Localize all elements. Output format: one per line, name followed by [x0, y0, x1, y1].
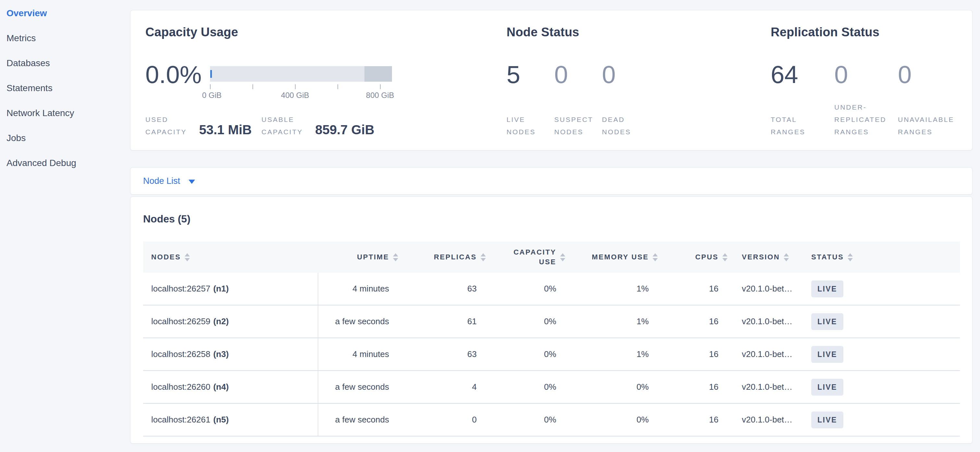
capacity-axis-labels: 0 GiB 400 GiB 800 GiB [210, 91, 392, 100]
unavailable-ranges-label: UNAVAILABLE RANGES [898, 114, 961, 138]
sort-icon[interactable] [185, 253, 190, 261]
used-capacity-stat: USED CAPACITY 53.1 MiB [145, 114, 252, 138]
dead-nodes-label: DEAD NODES [602, 114, 650, 138]
total-ranges-count: 64 [771, 62, 834, 101]
capacity-use-cell: 0% [487, 316, 566, 327]
column-header-capacity-use[interactable]: CAPACITY USE [487, 247, 566, 267]
node-address-cell[interactable]: localhost:26258 (n3) [143, 338, 318, 370]
version-cell: v20.1.0-bet… [729, 284, 807, 294]
capacity-used-percent: 0.0% [145, 62, 202, 101]
sort-icon[interactable] [652, 253, 658, 261]
replication-status-title: Replication Status [771, 26, 966, 38]
column-header-status[interactable]: STATUS [807, 253, 960, 261]
node-address-cell[interactable]: localhost:26257 (n1) [143, 273, 318, 305]
nodes-panel-title: Nodes (5) [143, 211, 972, 227]
capacity-use-cell: 0% [487, 349, 566, 359]
dead-nodes-count: 0 [602, 62, 650, 101]
sidebar-item-metrics[interactable]: Metrics [6, 25, 130, 51]
cluster-summary-card: Capacity Usage 0.0% [130, 10, 972, 151]
status-badge: LIVE [811, 411, 843, 428]
replication-status-section: Replication Status 64 0 0 TOTAL RANGES U… [771, 26, 966, 138]
table-row[interactable]: localhost:26261 (n5) a few seconds 0 0% … [143, 404, 960, 436]
table-row[interactable]: localhost:26257 (n1) 4 minutes 63 0% 1% … [143, 273, 960, 305]
axis-label: 400 GiB [281, 91, 309, 100]
sidebar-item-databases[interactable]: Databases [6, 51, 130, 76]
nodes-table-card: Nodes (5) NODES UPTIME REPLICAS [130, 197, 972, 444]
replicas-cell: 4 [399, 382, 487, 392]
total-ranges-label: TOTAL RANGES [771, 114, 834, 138]
cluster-overview-page: Overview Metrics Databases Statements Ne… [0, 0, 980, 452]
under-replicated-ranges-label: UNDER- REPLICATED RANGES [834, 101, 898, 138]
status-badge: LIVE [811, 379, 843, 396]
sort-icon[interactable] [480, 253, 486, 261]
status-badge: LIVE [811, 346, 843, 363]
node-address-cell[interactable]: localhost:26260 (n4) [143, 371, 318, 403]
status-badge: LIVE [811, 313, 843, 330]
node-status-title: Node Status [507, 26, 688, 38]
nodes-table: NODES UPTIME REPLICAS CAPACITY USE [143, 241, 960, 436]
capacity-usage-section: Capacity Usage 0.0% [145, 26, 398, 138]
column-header-replicas[interactable]: REPLICAS [399, 253, 487, 261]
memory-use-cell: 1% [566, 349, 659, 359]
column-header-cpus[interactable]: CPUS [659, 253, 729, 261]
uptime-cell: a few seconds [318, 415, 399, 425]
memory-use-cell: 1% [566, 284, 659, 294]
table-row[interactable]: localhost:26259 (n2) a few seconds 61 0%… [143, 305, 960, 338]
view-selector-card: Node List [130, 167, 972, 195]
uptime-cell: a few seconds [318, 316, 399, 327]
table-row[interactable]: localhost:26258 (n3) 4 minutes 63 0% 1% … [143, 338, 960, 371]
status-cell: LIVE [807, 411, 960, 428]
usable-capacity-stat: USABLE CAPACITY 859.7 GiB [262, 114, 374, 138]
node-list-dropdown[interactable]: Node List [143, 176, 195, 186]
sidebar-item-advanced-debug[interactable]: Advanced Debug [6, 151, 130, 175]
column-header-nodes[interactable]: NODES [143, 253, 318, 261]
replicas-cell: 0 [399, 415, 487, 425]
cpus-cell: 16 [659, 415, 729, 425]
sidebar-item-jobs[interactable]: Jobs [6, 125, 130, 151]
under-replicated-ranges-count: 0 [834, 62, 898, 101]
main-content: Capacity Usage 0.0% [130, 0, 972, 444]
version-cell: v20.1.0-bet… [729, 349, 807, 359]
sidebar-item-overview[interactable]: Overview [6, 1, 130, 25]
capacity-usage-title: Capacity Usage [145, 26, 398, 38]
live-nodes-count: 5 [507, 62, 554, 101]
sidebar-item-network-latency[interactable]: Network Latency [6, 100, 130, 125]
version-cell: v20.1.0-bet… [729, 382, 807, 392]
column-header-uptime[interactable]: UPTIME [318, 253, 399, 261]
axis-tick [253, 84, 253, 89]
sort-icon[interactable] [560, 253, 565, 261]
capacity-use-cell: 0% [487, 382, 566, 392]
node-address-cell[interactable]: localhost:26261 (n5) [143, 404, 318, 436]
status-cell: LIVE [807, 313, 960, 330]
sort-icon[interactable] [784, 253, 789, 261]
used-capacity-value: 53.1 MiB [199, 122, 251, 137]
version-cell: v20.1.0-bet… [729, 415, 807, 425]
chevron-down-icon [189, 180, 195, 184]
column-header-version[interactable]: VERSION [729, 253, 807, 261]
uptime-cell: a few seconds [318, 382, 399, 392]
axis-tick [210, 84, 211, 89]
table-row[interactable]: localhost:26260 (n4) a few seconds 4 0% … [143, 371, 960, 404]
version-cell: v20.1.0-bet… [729, 316, 807, 327]
sort-icon[interactable] [393, 253, 398, 261]
node-status-section: Node Status 5 0 0 LIVE NODES SUSPECT NOD… [507, 26, 688, 138]
cpus-cell: 16 [659, 349, 729, 359]
table-header-row: NODES UPTIME REPLICAS CAPACITY USE [143, 241, 960, 273]
column-header-memory-use[interactable]: MEMORY USE [566, 253, 659, 261]
uptime-cell: 4 minutes [318, 284, 399, 294]
capacity-bar-used-marker [210, 70, 212, 78]
memory-use-cell: 0% [566, 382, 659, 392]
usable-capacity-value: 859.7 GiB [315, 122, 374, 137]
replicas-cell: 63 [399, 284, 487, 294]
node-list-dropdown-label: Node List [143, 176, 180, 186]
sort-icon[interactable] [848, 253, 853, 261]
suspect-nodes-label: SUSPECT NODES [554, 114, 602, 138]
axis-label: 0 GiB [202, 91, 222, 100]
cpus-cell: 16 [659, 316, 729, 327]
capacity-axis-ticks [210, 84, 392, 89]
capacity-bar-reserved-segment [364, 66, 392, 82]
axis-tick [295, 84, 296, 89]
sort-icon[interactable] [722, 253, 727, 261]
sidebar-item-statements[interactable]: Statements [6, 76, 130, 100]
node-address-cell[interactable]: localhost:26259 (n2) [143, 305, 318, 338]
